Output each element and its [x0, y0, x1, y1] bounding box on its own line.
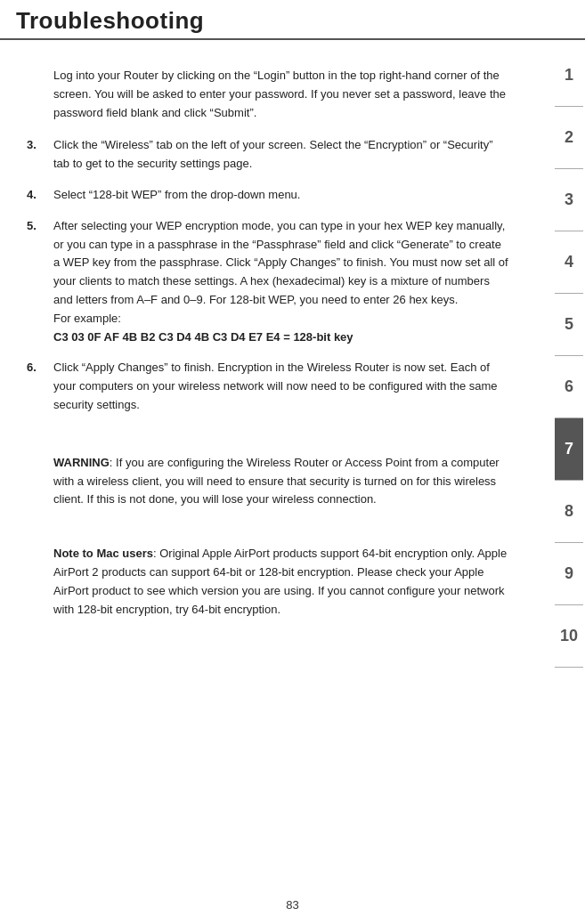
warning-box: WARNING: If you are configuring the Wire…: [53, 454, 508, 509]
warning-label: WARNING: [53, 456, 110, 469]
list-item-3: 3. Click the “Wireless” tab on the left …: [27, 136, 508, 174]
nav-item-1[interactable]: 1: [555, 45, 583, 107]
list-content-6: Click “Apply Changes” to finish. Encrypt…: [53, 359, 508, 414]
list-number-3: 3.: [27, 136, 53, 174]
side-nav: 1 2 3 4 5 6 7 8 9 10: [553, 0, 585, 924]
note-label: Note to Mac users: [53, 547, 153, 560]
list-number-5: 5.: [27, 217, 53, 347]
page-number: 83: [286, 898, 298, 912]
nav-item-3[interactable]: 3: [555, 169, 583, 231]
example-key: C3 03 0F AF 4B B2 C3 D4 4B C3 D4 E7 E4 =…: [53, 328, 508, 347]
intro-text: Log into your Router by clicking on the …: [53, 67, 508, 122]
nav-item-10[interactable]: 10: [555, 605, 583, 668]
list-content-3: Click the “Wireless” tab on the left of …: [53, 136, 508, 174]
page-container: Troubleshooting 1 2 3 4 5 6 7 8 9 10 Log…: [0, 0, 585, 924]
nav-item-7[interactable]: 7: [555, 418, 583, 481]
list-item-4: 4. Select “128-bit WEP” from the drop-do…: [27, 186, 508, 205]
nav-item-2[interactable]: 2: [555, 107, 583, 169]
nav-item-4[interactable]: 4: [555, 231, 583, 294]
page-title: Troubleshooting: [16, 7, 204, 34]
main-content: Log into your Router by clicking on the …: [0, 40, 553, 645]
note-box: Note to Mac users: Original Apple AirPor…: [53, 545, 508, 619]
nav-item-5[interactable]: 5: [555, 294, 583, 356]
list-number-6: 6.: [27, 359, 53, 414]
list-item-5: 5. After selecting your WEP encryption m…: [27, 217, 508, 347]
list-item-6: 6. Click “Apply Changes” to finish. Encr…: [27, 359, 508, 414]
list-content-5: After selecting your WEP encryption mode…: [53, 217, 508, 347]
nav-item-8[interactable]: 8: [555, 481, 583, 543]
nav-item-6[interactable]: 6: [555, 356, 583, 418]
nav-item-9[interactable]: 9: [555, 543, 583, 605]
page-header: Troubleshooting: [0, 0, 585, 40]
list-content-4: Select “128-bit WEP” from the drop-down …: [53, 186, 508, 205]
list-number-4: 4.: [27, 186, 53, 205]
example-label: For example:: [53, 310, 508, 328]
